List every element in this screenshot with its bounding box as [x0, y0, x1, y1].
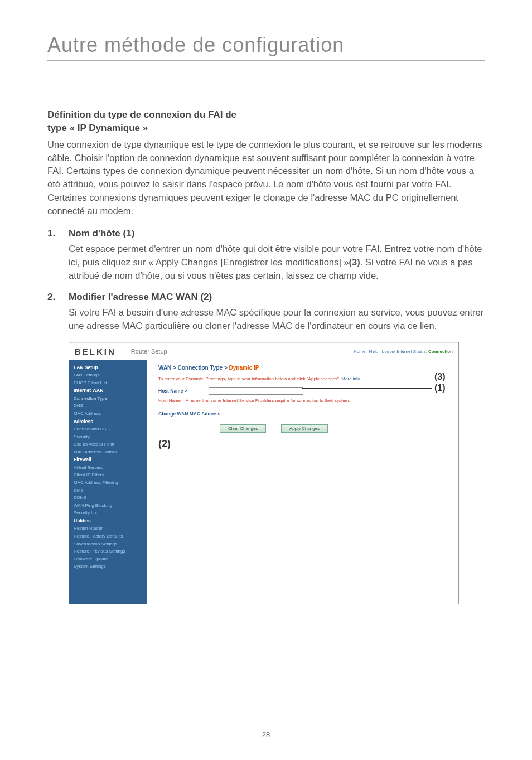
callout-2: (2): [158, 438, 171, 450]
item2-body: Si votre FAI a besoin d'une adresse MAC …: [69, 306, 485, 333]
sidebar-restart[interactable]: Restart Router: [74, 525, 143, 533]
callout-1: (1): [434, 383, 446, 393]
section-heading: Définition du type de connexion du FAI d…: [47, 108, 485, 135]
item2-label: Modifier l'adresse MAC WAN (2): [69, 292, 212, 303]
sidebar-wan-ping[interactable]: WAN Ping Blocking: [74, 502, 143, 510]
setup-label: Router Setup: [131, 348, 354, 355]
sidebar-lan-settings[interactable]: LAN Settings: [74, 371, 143, 379]
intro-paragraph: Une connexion de type dynamique est le t…: [47, 138, 485, 219]
callout-line-3: [376, 377, 432, 377]
callout-3: (3): [434, 372, 446, 382]
item2-number: 2.: [47, 292, 69, 303]
page-number: 28: [0, 730, 532, 739]
title-rule: [47, 60, 485, 61]
page-title: Autre méthode de configuration: [47, 33, 485, 57]
instr-main: To enter your Dynamic IP settings, type …: [158, 376, 341, 381]
sidebar-ddns[interactable]: DDNS: [74, 494, 143, 502]
host-note: Host Name = A name that some Internet Se…: [158, 398, 452, 403]
clear-changes-button[interactable]: Clear Changes: [220, 424, 266, 433]
status-value: Connection: [428, 349, 453, 354]
sidebar-dmz[interactable]: DMZ: [74, 487, 143, 495]
change-mac-link[interactable]: Change WAN MAC Address: [158, 411, 452, 417]
sidebar-mac-filtering[interactable]: MAC Address Filtering: [74, 479, 143, 487]
sidebar-dhcp-client[interactable]: DHCP Client List: [74, 379, 143, 387]
host-name-label: Host Name >: [158, 388, 209, 394]
sidebar-security-log[interactable]: Security Log: [74, 509, 143, 517]
brand-logo: BELKIN: [75, 347, 124, 356]
sidebar-wireless[interactable]: Wireless: [74, 418, 143, 425]
sidebar-lan-setup[interactable]: LAN Setup: [74, 364, 143, 371]
crumb-wan: WAN >: [158, 365, 178, 371]
item1-body-bold: (3): [349, 257, 360, 267]
more-info-link[interactable]: More info: [341, 376, 360, 381]
status-links[interactable]: Home | Help | Logout Internet Status:: [354, 349, 428, 354]
sidebar-mac-control[interactable]: MAC Address Control: [74, 448, 143, 456]
heading-line2: type « IP Dynamique »: [47, 123, 148, 133]
sidebar-connection-type[interactable]: Connection Type: [74, 395, 143, 403]
sidebar-virtual-servers[interactable]: Virtual Servers: [74, 464, 143, 472]
screenshot-topbar: BELKIN Router Setup Home | Help | Logout…: [69, 343, 458, 360]
sidebar-internet-wan[interactable]: Internet WAN: [74, 386, 143, 394]
sidebar-save-backup[interactable]: Save/Backup Settings: [74, 540, 143, 548]
screenshot-sidebar: LAN Setup LAN Settings DHCP Client List …: [69, 360, 147, 604]
sidebar-client-ip[interactable]: Client IP Filters: [74, 471, 143, 479]
sidebar-mac-address[interactable]: MAC Address: [74, 410, 143, 418]
item1-label: Nom d'hôte (1): [69, 228, 134, 239]
list-item-1-header: 1. Nom d'hôte (1): [47, 228, 485, 239]
sidebar-dns[interactable]: DNS: [74, 402, 143, 410]
host-name-input[interactable]: [209, 387, 303, 395]
sidebar-restore-prev[interactable]: Restore Previous Settings: [74, 548, 143, 555]
screenshot-main: WAN > Connection Type > Dynamic IP To en…: [147, 360, 458, 604]
sidebar-restore-factory[interactable]: Restore Factory Defaults: [74, 533, 143, 540]
sidebar-utilities[interactable]: Utilities: [74, 517, 143, 525]
button-row: Clear Changes Apply Changes: [220, 424, 452, 433]
apply-changes-button[interactable]: Apply Changes: [281, 424, 328, 433]
sidebar-system[interactable]: System Settings: [74, 563, 143, 570]
sidebar-firewall[interactable]: Firewall: [74, 456, 143, 463]
status-bar: Home | Help | Logout Internet Status: Co…: [354, 349, 453, 354]
embedded-screenshot: BELKIN Router Setup Home | Help | Logout…: [69, 342, 459, 604]
sidebar-channel-ssid[interactable]: Channel and SSID: [74, 425, 143, 433]
breadcrumb: WAN > Connection Type > Dynamic IP: [158, 365, 452, 371]
item1-number: 1.: [47, 228, 69, 239]
callout-line-1: [302, 388, 432, 389]
list-item-2-header: 2. Modifier l'adresse MAC WAN (2): [47, 292, 485, 303]
heading-line1: Définition du type de connexion du FAI d…: [47, 109, 236, 120]
crumb-ct: Connection Type >: [178, 365, 229, 371]
sidebar-security[interactable]: Security: [74, 433, 143, 441]
sidebar-firmware[interactable]: Firmware Update: [74, 555, 143, 563]
crumb-dyn: Dynamic IP: [229, 365, 259, 371]
item1-body: Cet espace permet d'entrer un nom d'hôte…: [69, 243, 485, 283]
sidebar-use-ap[interactable]: Use as Access Point: [74, 440, 143, 448]
